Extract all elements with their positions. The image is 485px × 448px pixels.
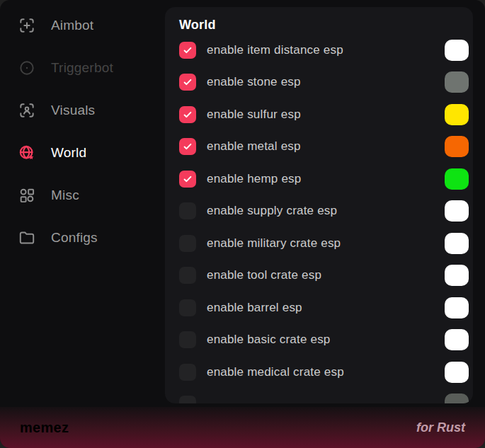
setting-label: enable medical crate esp bbox=[207, 365, 344, 379]
checkbox[interactable] bbox=[179, 202, 196, 219]
sidebar-item-visuals[interactable]: Visuals bbox=[0, 94, 165, 127]
setting-row: enable basic crate esp bbox=[179, 324, 469, 357]
setting-row: enable tool crate esp bbox=[179, 260, 469, 292]
sidebar-item-label: World bbox=[51, 145, 86, 161]
sidebar-item-misc[interactable]: Misc bbox=[0, 179, 165, 212]
setting-label: enable metal esp bbox=[207, 139, 301, 154]
setting-row: enable military crate esp bbox=[179, 227, 469, 260]
setting-label: enable barrel esp bbox=[207, 301, 302, 315]
triggerbot-target-icon bbox=[18, 59, 36, 77]
setting-row: enable stone esp bbox=[179, 67, 469, 99]
setting-label: enable military crate esp bbox=[207, 236, 341, 251]
setting-label: enable stone esp bbox=[207, 75, 301, 89]
setting-row: enable supply crate esp bbox=[179, 195, 469, 228]
color-swatch[interactable] bbox=[445, 136, 469, 157]
checkbox[interactable] bbox=[179, 331, 196, 348]
color-swatch[interactable] bbox=[445, 233, 469, 254]
sidebar-item-label: Misc bbox=[51, 188, 79, 203]
setting-row: enable hemp esp bbox=[179, 163, 469, 195]
sidebar: Aimbot Triggerbot Visuals World Misc Con… bbox=[0, 9, 165, 264]
sidebar-item-label: Triggerbot bbox=[51, 60, 113, 76]
checkbox[interactable] bbox=[179, 74, 196, 91]
color-swatch[interactable] bbox=[445, 265, 469, 286]
configs-folder-icon bbox=[18, 229, 36, 247]
checkbox[interactable] bbox=[179, 235, 196, 252]
sidebar-item-configs[interactable]: Configs bbox=[0, 222, 165, 254]
checkbox[interactable] bbox=[179, 396, 196, 403]
sidebar-item-aimbot[interactable]: Aimbot bbox=[0, 9, 165, 42]
brand-tagline: for Rust bbox=[416, 420, 465, 435]
setting-row: enable item distance esp bbox=[179, 34, 469, 67]
setting-row: enable sulfur esp bbox=[179, 98, 469, 131]
setting-label: enable basic crate esp bbox=[207, 333, 331, 347]
checkbox[interactable] bbox=[179, 106, 196, 123]
checkmark-icon bbox=[183, 45, 193, 55]
sidebar-item-label: Visuals bbox=[51, 103, 95, 118]
footer-bar: memez for Rust bbox=[0, 407, 485, 448]
brand-name: memez bbox=[20, 420, 69, 436]
checkbox[interactable] bbox=[179, 299, 196, 316]
sidebar-item-label: Configs bbox=[51, 230, 98, 246]
visuals-person-scan-icon bbox=[18, 101, 36, 120]
checkbox[interactable] bbox=[179, 171, 196, 188]
setting-label: enable supply crate esp bbox=[207, 204, 337, 218]
misc-shapes-icon bbox=[18, 186, 36, 205]
checkmark-icon bbox=[183, 142, 193, 151]
checkmark-icon bbox=[183, 174, 193, 184]
world-panel: World enable item distance esp enable st… bbox=[165, 7, 473, 403]
checkmark-icon bbox=[183, 110, 193, 120]
setting-label: enable item distance esp bbox=[207, 43, 343, 57]
color-swatch[interactable] bbox=[445, 394, 469, 403]
sidebar-item-triggerbot[interactable]: Triggerbot bbox=[0, 52, 165, 84]
sidebar-item-world[interactable]: World bbox=[0, 137, 165, 169]
color-swatch[interactable] bbox=[445, 104, 469, 125]
setting-row: enable barrel esp bbox=[179, 292, 469, 324]
color-swatch[interactable] bbox=[445, 200, 469, 222]
aimbot-crosshair-icon bbox=[18, 16, 36, 35]
color-swatch[interactable] bbox=[445, 297, 469, 318]
setting-label: enable sulfur esp bbox=[207, 108, 301, 122]
color-swatch[interactable] bbox=[445, 40, 469, 61]
checkbox[interactable] bbox=[179, 364, 196, 381]
checkbox[interactable] bbox=[179, 42, 196, 59]
setting-label: enable tool crate esp bbox=[207, 268, 321, 282]
color-swatch[interactable] bbox=[445, 362, 469, 383]
checkbox[interactable] bbox=[179, 138, 196, 155]
checkmark-icon bbox=[183, 77, 193, 87]
panel-title: World bbox=[179, 16, 469, 34]
world-globe-icon bbox=[18, 144, 36, 162]
color-swatch[interactable] bbox=[445, 168, 469, 190]
setting-row: enable metal esp bbox=[179, 131, 469, 163]
sidebar-item-label: Aimbot bbox=[51, 18, 93, 33]
settings-list: enable item distance esp enable stone es… bbox=[179, 34, 469, 403]
setting-row: enable medical crate esp bbox=[179, 356, 469, 389]
checkbox[interactable] bbox=[179, 267, 196, 284]
cheat-window: Aimbot Triggerbot Visuals World Misc Con… bbox=[0, 0, 485, 448]
color-swatch[interactable] bbox=[445, 71, 469, 93]
setting-label: enable hemp esp bbox=[207, 172, 301, 186]
setting-row bbox=[179, 389, 469, 404]
color-swatch[interactable] bbox=[445, 329, 469, 350]
